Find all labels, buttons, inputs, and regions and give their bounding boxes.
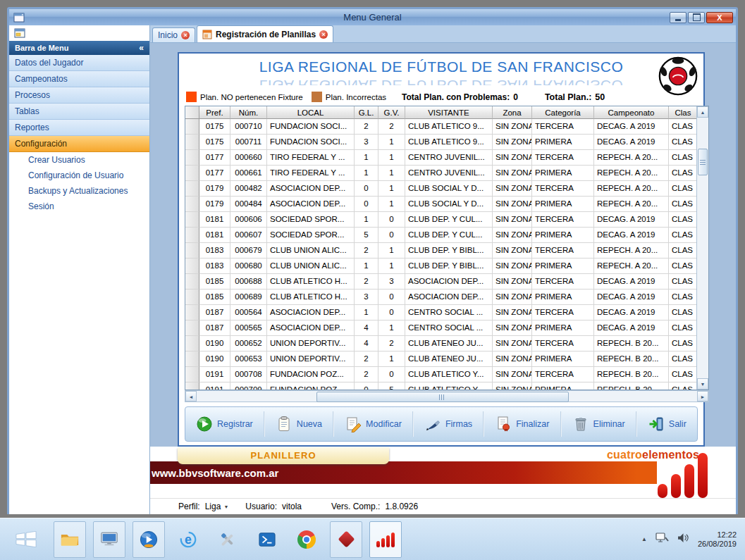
minimize-button[interactable]: [670, 12, 686, 23]
table-cell[interactable]: CENTRO SOCIAL ...: [405, 305, 493, 321]
table-cell[interactable]: 1: [378, 166, 405, 181]
registrar-button[interactable]: Registrar: [192, 413, 257, 435]
table-cell[interactable]: 1: [378, 243, 405, 259]
row-selector[interactable]: [185, 135, 199, 150]
table-cell[interactable]: 0190: [199, 336, 230, 351]
column-header-g-v-[interactable]: G.V.: [378, 106, 405, 119]
table-cell[interactable]: 0177: [199, 166, 230, 181]
table-cell[interactable]: 2: [355, 119, 378, 135]
sidebar-subitem-backups-y-actualizaciones[interactable]: Backups y Actualizaciones: [9, 183, 149, 199]
scroll-down-icon[interactable]: ▼: [697, 378, 708, 390]
start-button[interactable]: [8, 521, 44, 558]
table-cell[interactable]: PRIMERA: [532, 166, 594, 181]
table-cell[interactable]: SIN ZONA: [493, 274, 532, 290]
collapse-icon[interactable]: «: [139, 43, 144, 53]
scroll-left-icon[interactable]: ◄: [185, 391, 197, 402]
horizontal-scroll-thumb[interactable]: [316, 392, 569, 402]
table-cell[interactable]: TERCERA: [532, 336, 594, 351]
table-cell[interactable]: PRIMERA: [532, 135, 594, 150]
row-selector[interactable]: [185, 305, 199, 321]
table-row[interactable]: 0175000711FUNDACION SOCI...31CLUB ATLETI…: [185, 135, 698, 150]
table-cell[interactable]: CLUB SOCIAL Y D...: [405, 181, 493, 197]
table-cell[interactable]: 000653: [230, 351, 267, 367]
table-row[interactable]: 0179000482ASOCIACION DEP...01CLUB SOCIAL…: [185, 181, 698, 197]
table-cell[interactable]: SIN ZONA: [493, 181, 532, 197]
table-cell[interactable]: REPECH. A 20...: [594, 181, 669, 197]
table-cell[interactable]: REPECH. B 20...: [594, 336, 669, 351]
table-cell[interactable]: 1: [355, 305, 378, 321]
row-selector[interactable]: [185, 259, 199, 274]
table-cell[interactable]: CLUB ATLETICO H...: [267, 274, 355, 290]
table-cell[interactable]: SIN ZONA: [493, 212, 532, 228]
table-cell[interactable]: 000564: [230, 305, 267, 321]
scroll-right-icon[interactable]: ►: [697, 391, 708, 402]
table-row[interactable]: 0177000661TIRO FEDERAL Y ...11CENTRO JUV…: [185, 166, 698, 181]
table-cell[interactable]: 0187: [199, 321, 230, 336]
table-cell[interactable]: 000607: [230, 228, 267, 243]
table-cell[interactable]: CLUB ATLETICO Y...: [405, 382, 493, 390]
table-cell[interactable]: 1: [378, 321, 405, 336]
table-cell[interactable]: CLAS: [669, 119, 698, 135]
maximize-button[interactable]: [688, 12, 705, 23]
table-cell[interactable]: CLUB ATENEO JU...: [405, 336, 493, 351]
table-cell[interactable]: 0183: [199, 259, 230, 274]
table-cell[interactable]: PRIMERA: [532, 290, 594, 305]
table-cell[interactable]: CENTRO SOCIAL ...: [405, 321, 493, 336]
vertical-scroll-thumb[interactable]: [698, 149, 708, 175]
table-cell[interactable]: 000565: [230, 321, 267, 336]
table-cell[interactable]: CLAS: [669, 382, 698, 390]
table-cell[interactable]: TIRO FEDERAL Y ...: [267, 150, 355, 166]
table-cell[interactable]: DECAG. A 2019: [594, 290, 669, 305]
table-cell[interactable]: PRIMERA: [532, 228, 594, 243]
admin-tools-icon[interactable]: [211, 521, 244, 558]
table-cell[interactable]: SIN ZONA: [493, 243, 532, 259]
table-cell[interactable]: 3: [355, 135, 378, 150]
table-cell[interactable]: 0183: [199, 243, 230, 259]
table-cell[interactable]: PRIMERA: [532, 197, 594, 212]
table-cell[interactable]: SIN ZONA: [493, 228, 532, 243]
sidebar-item-reportes[interactable]: Reportes: [9, 120, 149, 136]
row-selector[interactable]: [185, 351, 199, 367]
file-explorer-icon[interactable]: [54, 521, 86, 558]
table-cell[interactable]: 3: [378, 274, 405, 290]
sidebar-header[interactable]: Barra de Menu «: [9, 41, 149, 55]
table-cell[interactable]: ASOCIACION DEP...: [405, 274, 493, 290]
table-cell[interactable]: 000711: [230, 135, 267, 150]
tab-inicio[interactable]: Inicio ×: [152, 27, 195, 42]
table-cell[interactable]: SOCIEDAD SPOR...: [267, 212, 355, 228]
firmas-button[interactable]: Firmas: [420, 413, 476, 435]
table-cell[interactable]: 1: [355, 150, 378, 166]
clock[interactable]: 12:22 26/08/2019: [698, 530, 737, 549]
table-cell[interactable]: ASOCIACION DEP...: [267, 305, 355, 321]
table-cell[interactable]: 0181: [199, 212, 230, 228]
table-row[interactable]: 0183000679CLUB UNION ALIC...21CLUB DEP. …: [185, 243, 698, 259]
table-cell[interactable]: 1: [355, 259, 378, 274]
table-cell[interactable]: REPECH. A 20...: [594, 166, 669, 181]
table-cell[interactable]: 0: [355, 197, 378, 212]
table-cell[interactable]: CLAS: [669, 166, 698, 181]
salir-button[interactable]: Salir: [644, 413, 691, 435]
sidebar-subitem-configuracion-de-usuario[interactable]: Configuración de Usuario: [9, 168, 149, 183]
column-header-visitante[interactable]: VISITANTE: [405, 106, 493, 119]
titlebar[interactable]: Menu General X: [9, 9, 736, 25]
table-cell[interactable]: CLUB ATENEO JU...: [405, 351, 493, 367]
table-row[interactable]: 0190000652UNION DEPORTIV...42CLUB ATENEO…: [185, 336, 698, 351]
table-cell[interactable]: 5: [355, 228, 378, 243]
table-cell[interactable]: ASOCIACION DEP...: [267, 181, 355, 197]
table-cell[interactable]: REPECH. B 20...: [594, 367, 669, 382]
table-cell[interactable]: ASOCIACION DEP...: [405, 290, 493, 305]
column-header-g-l-[interactable]: G.L.: [355, 106, 378, 119]
horizontal-scrollbar[interactable]: ◄ ►: [185, 390, 709, 402]
table-cell[interactable]: 000710: [230, 119, 267, 135]
table-cell[interactable]: CLAS: [669, 290, 698, 305]
sidebar-item-tablas[interactable]: Tablas: [9, 104, 149, 120]
form-icon[interactable]: [14, 27, 25, 39]
row-selector[interactable]: [185, 367, 199, 382]
network-icon[interactable]: [655, 533, 669, 546]
table-cell[interactable]: 0: [355, 181, 378, 197]
tab-registracion-de-planillas[interactable]: Registración de Planillas ×: [197, 25, 333, 42]
table-cell[interactable]: CLUB ATLETICO H...: [267, 290, 355, 305]
table-cell[interactable]: ASOCIACION DEP...: [267, 197, 355, 212]
table-cell[interactable]: TERCERA: [532, 150, 594, 166]
table-cell[interactable]: SIN ZONA: [493, 367, 532, 382]
